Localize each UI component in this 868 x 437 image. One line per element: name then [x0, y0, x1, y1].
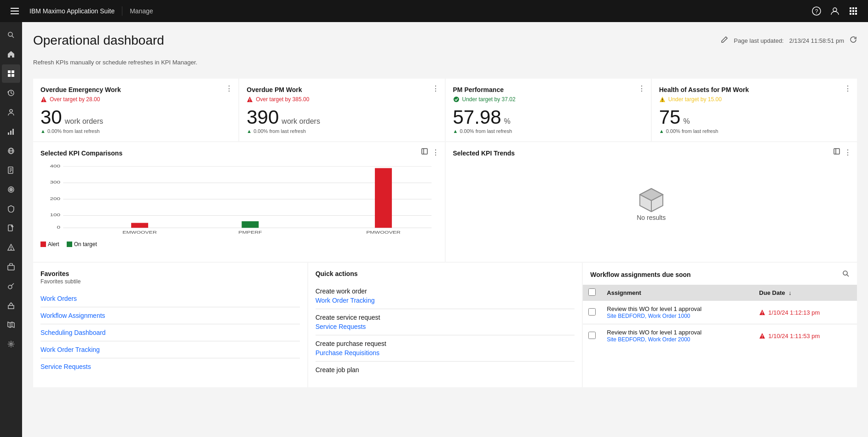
charts-row: Selected KPI Comparisons ⋮ 400 300 200 1…	[33, 142, 857, 262]
help-button[interactable]: ?	[809, 4, 824, 18]
qa-label-2: Create purchase request	[316, 340, 575, 347]
no-results-text: No results	[637, 214, 666, 221]
kpi-trends-expand-button[interactable]	[833, 148, 840, 157]
kpi-unit-1: work orders	[282, 117, 320, 126]
user-button[interactable]	[828, 4, 842, 18]
svg-point-45	[10, 343, 12, 345]
kpi-card-menu-1[interactable]: ⋮	[432, 84, 439, 93]
kpi-target-text-3: Under target by 15.00	[668, 96, 722, 103]
svg-rect-3	[850, 7, 851, 9]
kpi-refresh-text-3: 0.00% from last refresh	[666, 128, 719, 134]
workflow-row-0-link[interactable]: Site BEDFORD, Work Order 1000	[607, 313, 690, 319]
kpi-card-title-2: PM Performance	[453, 86, 644, 93]
favorites-link-workorders[interactable]: Work Orders	[40, 290, 300, 307]
sidebar-item-globe[interactable]	[2, 142, 20, 160]
topnav: IBM Maximo Application Suite Manage ?	[0, 0, 868, 22]
hamburger-menu-button[interactable]	[7, 4, 22, 18]
svg-line-81	[847, 275, 849, 276]
workflow-select-all-checkbox[interactable]	[588, 288, 596, 296]
kpi-card-menu-0[interactable]: ⋮	[225, 84, 233, 93]
kpi-comparisons-title: Selected KPI Comparisons	[40, 150, 437, 157]
last-updated-value: 2/13/24 11:58:51 pm	[789, 37, 844, 44]
kpi-target-text-1: Over target by 385.00	[256, 96, 309, 103]
kpi-cards-row: Overdue Emergency Work ⋮ Over target by …	[33, 79, 857, 141]
bottom-row: Favorites Favorites subtile Work Orders …	[33, 263, 857, 387]
favorites-link-scheduling[interactable]: Scheduling Dashboard	[40, 324, 300, 341]
qa-link-2[interactable]: Purchase Requisitions	[316, 349, 379, 356]
qa-label-3: Create job plan	[316, 366, 575, 374]
kpi-comparisons-expand-button[interactable]	[421, 148, 428, 157]
sidebar-item-users[interactable]	[2, 103, 20, 121]
kpi-card-overdue-emergency: Overdue Emergency Work ⋮ Over target by …	[33, 79, 238, 141]
kpi-card-overdue-pm: Overdue PM Work ⋮ Over target by 385.00 …	[239, 79, 444, 141]
svg-rect-7	[852, 10, 854, 12]
svg-rect-71	[40, 242, 46, 247]
no-results-icon	[638, 186, 665, 214]
edit-dashboard-button[interactable]	[721, 36, 728, 45]
kpi-trends-menu-button[interactable]: ⋮	[844, 148, 851, 157]
legend-ontarget: On target	[67, 241, 97, 247]
kpi-comparisons-icons: ⋮	[421, 148, 439, 157]
svg-point-52	[662, 101, 663, 102]
sidebar-item-reports[interactable]	[2, 161, 20, 179]
workflow-row-1-checkbox[interactable]	[588, 332, 596, 339]
svg-point-37	[11, 249, 11, 250]
workflow-search-button[interactable]	[842, 270, 850, 279]
sidebar-item-settings[interactable]	[2, 335, 20, 353]
svg-rect-17	[11, 74, 14, 77]
workflow-card-header: Workflow assignments due soon	[583, 263, 857, 285]
kpi-card-menu-3[interactable]: ⋮	[844, 84, 851, 93]
qa-link-1[interactable]: Service Requests	[316, 323, 366, 330]
workflow-row-1-due-text: 1/10/24 1:11:53 pm	[768, 333, 820, 339]
favorites-link-workflow[interactable]: Workflow Assignments	[40, 307, 300, 324]
apps-grid-button[interactable]	[846, 4, 861, 18]
svg-rect-5	[855, 7, 857, 9]
kpi-number-0: 30	[40, 106, 62, 128]
sidebar-item-tools[interactable]	[2, 277, 20, 295]
kpi-trends-no-results: No results	[453, 162, 850, 245]
kpi-comparisons-menu-button[interactable]: ⋮	[432, 148, 439, 157]
svg-marker-42	[8, 322, 14, 328]
legend-alert-label: Alert	[48, 241, 59, 247]
workflow-header-duedate[interactable]: Due Date ↓	[753, 285, 857, 301]
sidebar-item-dashboard[interactable]	[2, 64, 20, 83]
qa-link-0[interactable]: Work Order Tracking	[316, 297, 375, 304]
workflow-header-assignment[interactable]: Assignment	[601, 285, 753, 301]
workflow-row-0-assignment-cell: Review this WO for level 1 approval Site…	[601, 301, 753, 324]
sidebar-item-search[interactable]	[2, 26, 20, 44]
workflow-row-0-due: 1/10/24 1:12:13 pm	[759, 309, 851, 316]
kpi-card-title-3: Health of Assets for PM Work	[659, 86, 850, 93]
sidebar-item-history[interactable]	[2, 84, 20, 102]
kpi-card-pm-performance: PM Performance ⋮ Under target by 37.02 5…	[446, 79, 651, 141]
sidebar-item-security[interactable]	[2, 200, 20, 218]
workflow-row-1-link[interactable]: Site BEDFORD, Work Order 2000	[607, 336, 690, 343]
svg-rect-16	[8, 74, 11, 77]
sidebar-item-inventory[interactable]	[2, 258, 20, 276]
sidebar-item-home[interactable]	[2, 45, 20, 63]
sidebar-item-analytics[interactable]	[2, 122, 20, 141]
favorites-link-workordertracking[interactable]: Work Order Tracking	[40, 341, 300, 358]
workflow-row-1-assignment-cell: Review this WO for level 1 approval Site…	[601, 324, 753, 348]
kpi-trends-card: Selected KPI Trends ⋮ No results	[446, 142, 857, 262]
kpi-target-2: Under target by 37.02	[453, 96, 644, 103]
favorites-title: Favorites	[40, 270, 300, 277]
sidebar-item-documents[interactable]	[2, 219, 20, 237]
sidebar-item-alerts[interactable]	[2, 238, 20, 257]
svg-text:0: 0	[57, 224, 61, 230]
favorites-link-servicerequests[interactable]: Service Requests	[40, 358, 300, 375]
workflow-table-row-1: Review this WO for level 1 approval Site…	[583, 324, 857, 348]
sidebar-item-map[interactable]	[2, 316, 20, 334]
sidebar-item-target[interactable]	[2, 180, 20, 199]
sidebar-item-assets[interactable]	[2, 296, 20, 315]
kpi-refresh-text-2: 0.00% from last refresh	[460, 128, 512, 134]
workflow-row-0-checkbox[interactable]	[588, 308, 596, 316]
svg-point-83	[762, 314, 763, 315]
kpi-comparisons-chart: 400 300 200 100 0 EMWOOVER PMPERF	[40, 162, 437, 236]
refresh-dashboard-button[interactable]	[850, 36, 857, 45]
qa-section-0: Create work order Work Order Tracking	[316, 283, 575, 309]
kpi-card-menu-2[interactable]: ⋮	[638, 84, 645, 93]
workflow-table-header-row: Assignment Due Date ↓	[583, 285, 857, 301]
svg-rect-11	[855, 13, 857, 15]
kpi-banner-text: Refresh KPIs manually or schedule refres…	[33, 59, 197, 66]
kpi-number-3: 75	[659, 106, 681, 128]
